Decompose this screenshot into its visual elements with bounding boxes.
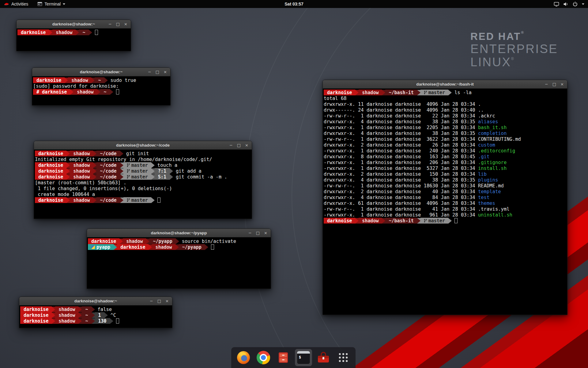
prompt-segment: master (123, 162, 151, 168)
prompt-segment: master (420, 218, 448, 224)
powerline-separator (89, 30, 92, 35)
window-titlebar[interactable]: darknoise@shadow:~ − □ × (17, 20, 131, 29)
terminal-content[interactable]: darknoiseshadow~sudo true[sudo] password… (32, 76, 170, 105)
maximize-button[interactable]: □ (256, 229, 260, 237)
prompt-segment: ~ (82, 306, 91, 312)
powerline-separator (417, 218, 420, 224)
app-grid-icon (338, 352, 349, 363)
prompt-segment: darknoise (17, 29, 49, 35)
prompt-segment: pyapp (88, 244, 114, 250)
terminal-cursor (157, 197, 160, 203)
maximize-button[interactable]: □ (552, 80, 556, 88)
prompt-segment: shadow (70, 162, 93, 168)
terminal-text: aliases (478, 119, 498, 125)
terminal-window: darknoise@shadow:~/code − □ × darknoises… (34, 141, 252, 219)
dock-item-terminal[interactable] (295, 349, 312, 366)
command-text: git commit -a -m . (173, 174, 227, 180)
window-titlebar[interactable]: darknoise@shadow:~/code − □ × (34, 141, 252, 150)
maximize-button[interactable]: □ (157, 297, 161, 305)
dock-item-chrome[interactable] (255, 349, 272, 366)
minimize-button[interactable]: − (229, 141, 233, 149)
terminal-content[interactable]: darknoiseshadow~/codegit initInitialized… (34, 150, 252, 219)
terminal-text: drwxrwxr-x. 8 darknoise darknoise 163 Ja… (324, 154, 478, 159)
files-icon (277, 351, 290, 364)
prompt-segment: shadow (70, 197, 93, 203)
powerline-separator (92, 312, 95, 318)
terminal-cursor (95, 30, 98, 35)
powerline-separator (92, 307, 95, 312)
terminal-cursor (454, 218, 458, 223)
prompt-segment: shadow (70, 168, 93, 174)
dock-item-app-grid[interactable] (335, 349, 352, 366)
powerline-separator (448, 218, 452, 224)
close-button[interactable]: × (245, 141, 248, 149)
minimize-button[interactable]: − (248, 229, 252, 237)
terminal-line: drwxrwxr-x. 2 darknoise darknoise 150 Ja… (324, 171, 566, 177)
terminal-line: darknoiseshadow~/pyappsource bin/activat… (88, 238, 270, 244)
close-button[interactable]: × (264, 229, 267, 237)
powerline-separator (93, 151, 96, 156)
terminal-line: -rwxrwxr-x. 1 darknoise darknoise 2205 J… (324, 125, 566, 130)
terminal-text: -rwxrwxr-x. 1 darknoise darknoise 2205 J… (324, 125, 478, 130)
maximize-button[interactable]: □ (116, 20, 120, 28)
terminal-text: create mode 100644 a (35, 192, 95, 197)
activities-button[interactable]: Activities (1, 0, 31, 8)
terminal-content[interactable]: darknoiseshadow~/pyappsource bin/activat… (87, 237, 271, 289)
window-titlebar[interactable]: darknoise@shadow:~/bash-it − □ × (323, 80, 567, 89)
prompt-segment: ~/code (96, 168, 120, 174)
prompt-segment: master (123, 168, 151, 174)
prompt-segment: shadow (74, 89, 97, 95)
powerline-separator (170, 168, 173, 174)
powerline-separator (78, 318, 82, 324)
terminal-line: -rwxrwxr-x. 1 darknoise darknoise 5327 J… (324, 165, 566, 171)
chrome-icon (257, 351, 270, 364)
prompt-segment: ~ (95, 77, 104, 83)
window-titlebar[interactable]: darknoise@shadow:~/pyapp − □ × (87, 229, 271, 237)
system-status-area[interactable] (554, 1, 588, 7)
dock-item-files[interactable] (275, 349, 292, 366)
branding-enterprise: ENTERPRISE (470, 43, 558, 55)
powerline-separator (382, 218, 385, 224)
prompt-segment: ~/pyapp (179, 244, 205, 250)
minimize-button[interactable]: − (108, 20, 112, 28)
window-titlebar[interactable]: darknoise@shadow:~ − □ × (19, 297, 172, 305)
terminal-content[interactable]: darknoiseshadow~falsedarknoiseshadow~1^C… (19, 305, 172, 328)
close-button[interactable]: × (124, 20, 127, 28)
terminal-text: 1 file changed, 0 insertions(+), 0 delet… (35, 186, 172, 191)
terminal-text: -rw-rw-r--. 1 darknoise darknoise 3622 J… (324, 136, 478, 142)
terminal-line: drwx------. 24 darknoise darknoise 4096 … (324, 107, 566, 113)
prompt-segment: shadow (359, 218, 382, 224)
terminal-content[interactable]: darknoiseshadow~ (17, 29, 131, 51)
maximize-button[interactable]: □ (237, 141, 241, 149)
window-titlebar[interactable]: darknoise@shadow:~ − □ × (32, 68, 170, 76)
prompt-segment: darknoise (324, 218, 355, 224)
terminal-text: uninstall.sh (478, 212, 512, 218)
dock-item-toolbox[interactable] (315, 349, 332, 366)
maximize-button[interactable]: □ (156, 68, 159, 76)
minimize-button[interactable]: − (545, 80, 548, 88)
minimize-button[interactable]: − (148, 68, 151, 76)
minimize-button[interactable]: − (150, 297, 153, 305)
window-title: darknoise@shadow:~/bash-it (323, 82, 567, 86)
terminal-text: drwxrwxr-x. 61 darknoise darknoise 4096 … (324, 201, 478, 206)
close-button[interactable]: × (560, 80, 564, 88)
app-menu[interactable]: Terminal (35, 0, 68, 8)
terminal-content[interactable]: darknoiseshadow~/bash-itmasterls -latota… (323, 89, 567, 315)
powerline-separator (91, 78, 95, 83)
terminal-text: drwxrwxr-x. 2 darknoise darknoise 26 Jan… (324, 142, 478, 148)
powerline-separator (382, 90, 385, 95)
command-text: false (95, 307, 112, 312)
prompt-segment: ~/code (96, 151, 120, 156)
powerline-separator (104, 312, 108, 318)
dock-item-firefox[interactable] (235, 349, 252, 366)
close-button[interactable]: × (164, 68, 167, 76)
clock[interactable]: Sat 03:57 (285, 2, 303, 6)
prompt-segment: darknoise (35, 197, 66, 203)
terminal-text: template (478, 189, 501, 194)
terminal-line: Initialized empty Git repository in /hom… (35, 156, 251, 162)
terminal-line: total 68 (324, 95, 566, 101)
prompt-segment: ~ (100, 89, 110, 95)
prompt-segment: darknoise (88, 238, 119, 244)
close-button[interactable]: × (165, 297, 169, 305)
prompt-segment: 130 (95, 318, 110, 324)
